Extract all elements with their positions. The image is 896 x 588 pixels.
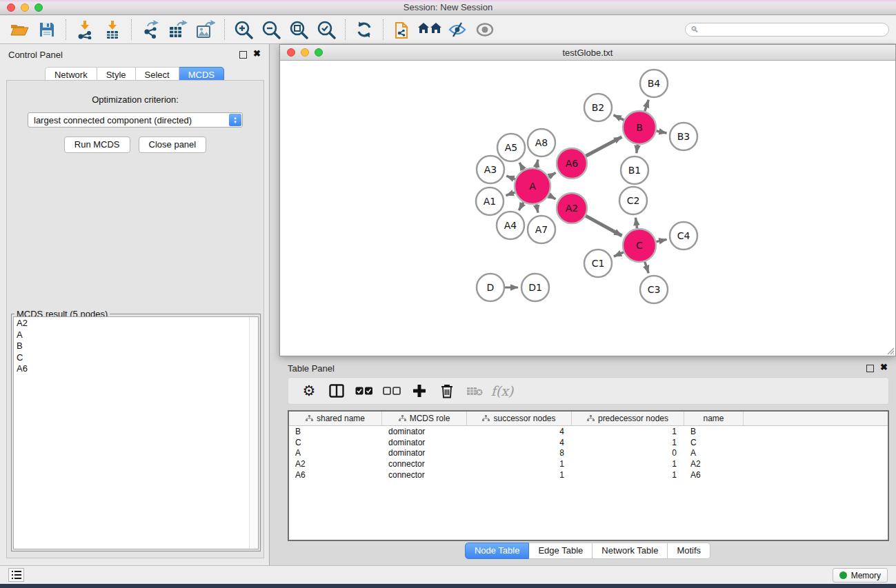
tab-node-table[interactable]: Node Table [465, 543, 530, 559]
graph-edge-A-A8[interactable] [536, 159, 537, 168]
cell-name[interactable]: A [684, 448, 744, 458]
column-header-successor-nodes[interactable]: successor nodes [467, 412, 572, 425]
graph-edge-A6-B[interactable] [586, 137, 621, 156]
search-field[interactable]: 🔍︎ [685, 23, 889, 37]
result-list-item[interactable]: C [17, 352, 258, 364]
graph-node-D1[interactable]: D1 [521, 274, 549, 301]
export-table-button[interactable] [164, 17, 192, 42]
cell-predecessor-nodes[interactable]: 1 [572, 470, 684, 480]
delete-column-button[interactable] [433, 379, 461, 403]
cell-shared-name[interactable]: C [289, 438, 382, 447]
cell-successor-nodes[interactable]: 8 [467, 448, 572, 458]
close-table-panel-icon[interactable]: ✖ [880, 363, 888, 372]
graph-node-C3[interactable]: C3 [640, 276, 668, 303]
result-list-scrollbar[interactable] [249, 317, 258, 549]
hide-details-button[interactable] [444, 17, 471, 42]
graph-edge-A-A2[interactable] [549, 195, 556, 199]
graph-edge-A-A1[interactable] [506, 192, 515, 196]
graph-node-C2[interactable]: C2 [619, 187, 647, 214]
cell-MCDS-role[interactable]: dominator [382, 427, 467, 436]
session-doc-button[interactable] [388, 17, 416, 42]
graph-edge-A-A7[interactable] [536, 204, 537, 212]
cell-MCDS-role[interactable]: dominator [382, 438, 467, 447]
graph-node-A7[interactable]: A7 [528, 216, 555, 243]
zoom-in-button[interactable] [230, 17, 257, 42]
search-input[interactable] [699, 24, 888, 35]
table-row[interactable]: A2connector11A2 [289, 458, 888, 469]
cell-shared-name[interactable]: B [289, 427, 382, 436]
graph-edge-A-A6[interactable] [548, 173, 555, 177]
result-list-item[interactable]: A2 [17, 318, 258, 330]
graph-edge-B-B4[interactable] [645, 100, 648, 111]
float-table-panel-icon[interactable] [866, 365, 874, 372]
graph-node-B3[interactable]: B3 [670, 123, 697, 150]
cell-successor-nodes[interactable]: 4 [467, 427, 572, 436]
zoom-out-button[interactable] [257, 17, 285, 42]
graph-node-A2[interactable]: A2 [557, 193, 587, 223]
zoom-selected-button[interactable] [312, 17, 340, 42]
cell-successor-nodes[interactable]: 1 [467, 459, 572, 469]
save-session-button[interactable] [33, 17, 61, 42]
cell-successor-nodes[interactable]: 1 [467, 470, 572, 480]
graph-node-C1[interactable]: C1 [584, 250, 612, 277]
import-network-button[interactable] [71, 17, 99, 42]
home-button[interactable] [416, 17, 444, 42]
graph-node-A4[interactable]: A4 [497, 212, 524, 239]
graph-node-C4[interactable]: C4 [670, 222, 697, 250]
open-file-button[interactable] [6, 17, 33, 42]
import-table-button[interactable] [99, 17, 126, 42]
graph-node-A6[interactable]: A6 [557, 148, 587, 179]
cell-name[interactable]: A6 [684, 470, 744, 480]
cell-MCDS-role[interactable]: connector [382, 470, 467, 480]
result-list-item[interactable]: A [17, 330, 258, 341]
result-list-item[interactable]: A6 [17, 363, 258, 375]
graph-node-B[interactable]: B [623, 111, 656, 144]
cell-predecessor-nodes[interactable]: 0 [572, 448, 684, 458]
graph-edge-C-C1[interactable] [614, 252, 624, 256]
graph-edge-C-C2[interactable] [635, 218, 637, 228]
export-network-button[interactable] [137, 17, 164, 42]
column-header-MCDS-role[interactable]: MCDS role [382, 412, 467, 425]
graph-edge-B-B2[interactable] [614, 115, 624, 120]
cell-MCDS-role[interactable]: connector [382, 459, 467, 469]
tab-motifs[interactable]: Motifs [668, 543, 710, 559]
cell-shared-name[interactable]: A [289, 448, 382, 458]
mcds-result-list[interactable]: A2ABCA6 [13, 316, 259, 549]
graph-node-A3[interactable]: A3 [477, 156, 504, 183]
close-panel-icon[interactable]: ✖ [253, 49, 261, 59]
column-header-predecessor-nodes[interactable]: predecessor nodes [572, 412, 684, 425]
show-details-button[interactable] [471, 17, 499, 42]
graph-edge-A-A5[interactable] [519, 163, 524, 170]
column-header-name[interactable]: name [684, 412, 744, 425]
table-row[interactable]: Bdominator41B [289, 426, 888, 437]
graph-node-B1[interactable]: B1 [621, 156, 648, 184]
cell-predecessor-nodes[interactable]: 1 [572, 438, 684, 447]
float-panel-icon[interactable] [239, 51, 247, 59]
graph-node-A8[interactable]: A8 [528, 129, 555, 156]
graph-node-B2[interactable]: B2 [584, 94, 612, 121]
cell-shared-name[interactable]: A6 [289, 470, 382, 480]
graph-node-A1[interactable]: A1 [476, 187, 504, 215]
resize-grip[interactable] [886, 346, 895, 355]
graph-node-A[interactable]: A [515, 168, 550, 204]
cell-name[interactable]: B [684, 427, 744, 436]
result-list-item[interactable]: B [17, 341, 258, 352]
delete-table-button[interactable] [461, 379, 488, 403]
cell-name[interactable]: A2 [684, 459, 744, 469]
graph-edge-A2-C[interactable] [586, 216, 621, 236]
gear-button[interactable]: ⚙ [295, 379, 323, 403]
deselect-all-button[interactable] [378, 379, 406, 403]
graph-edge-A-A3[interactable] [506, 176, 515, 179]
graph-edge-C-C4[interactable] [656, 239, 666, 241]
memory-button[interactable]: Memory [833, 568, 888, 582]
tab-edge-table[interactable]: Edge Table [529, 543, 593, 559]
function-button[interactable]: f(x) [488, 379, 516, 403]
columns-button[interactable] [323, 379, 350, 403]
select-all-button[interactable] [350, 379, 378, 403]
graph-node-A5[interactable]: A5 [497, 134, 525, 161]
network-canvas[interactable]: AA6A2BCA5A8A3A1A4A7B4B2B3B1C2C4C1C3DD1 [280, 61, 895, 356]
table-row[interactable]: Cdominator41C [289, 437, 888, 448]
column-header-shared-name[interactable]: shared name [289, 412, 382, 425]
zoom-fit-button[interactable] [285, 17, 312, 42]
cell-successor-nodes[interactable]: 4 [467, 438, 572, 447]
